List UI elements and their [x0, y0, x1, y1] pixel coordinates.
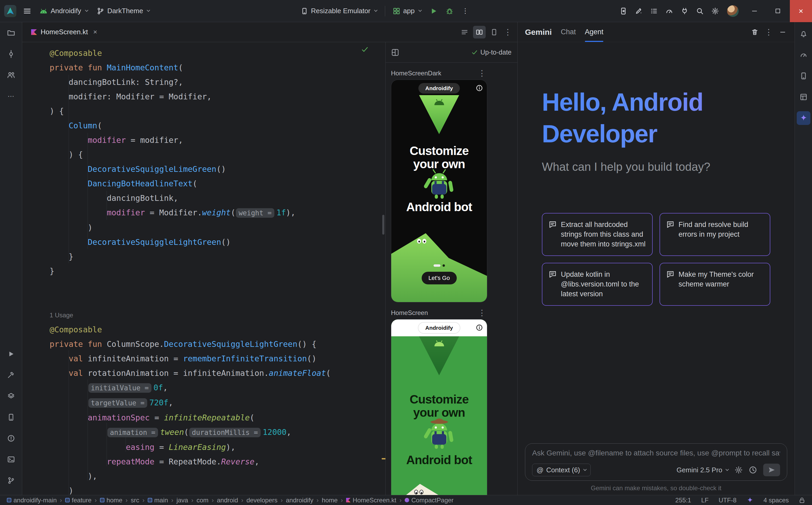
indent-config[interactable]: 4 spaces	[764, 497, 789, 504]
decorative-triangle	[419, 95, 459, 134]
device-selector[interactable]: Resizable Emulator	[297, 4, 381, 18]
services-tool-icon[interactable]	[3, 388, 19, 404]
device-streaming-icon[interactable]	[616, 4, 630, 18]
problems-tool-icon[interactable]	[3, 431, 19, 446]
terminal-tool-icon[interactable]	[3, 452, 19, 467]
suggestion-card[interactable]: Update kotlin in @libs.version.toml to t…	[542, 263, 653, 306]
run-tool-icon[interactable]	[3, 346, 19, 362]
breadcrumb-item-feature[interactable]: feature	[65, 497, 92, 504]
device-manager-tool-icon[interactable]	[797, 69, 810, 83]
close-window-button[interactable]: ×	[790, 0, 812, 22]
breadcrumb-item-src[interactable]: src	[131, 497, 139, 504]
breadcrumb-item-java[interactable]: java	[177, 497, 188, 504]
ai-actions-icon[interactable]	[631, 4, 646, 18]
editor-tab-bar: HomeScreen.kt × ⋮	[22, 22, 517, 42]
tab-chat[interactable]: Chat	[561, 22, 576, 42]
code-view-mode-button[interactable]	[458, 26, 471, 38]
pager-dots	[434, 265, 445, 267]
preview-layout-icon[interactable]	[391, 49, 399, 56]
design-view-mode-button[interactable]	[488, 26, 500, 38]
search-icon[interactable]	[693, 4, 707, 18]
notifications-bell-icon[interactable]	[797, 27, 810, 41]
gemini-settings-icon[interactable]	[735, 466, 742, 474]
suggestion-card[interactable]: Make my Theme's color scheme warmer	[660, 263, 770, 306]
breadcrumb-separator: ›	[171, 497, 173, 504]
version-control-tool-icon[interactable]	[3, 473, 19, 488]
build-tool-icon[interactable]	[3, 367, 19, 383]
context-chip[interactable]: @ Context (6)	[532, 464, 591, 476]
preview-options-icon[interactable]: ⋮	[477, 307, 487, 319]
settings-gear-icon[interactable]	[708, 4, 722, 18]
debug-button[interactable]	[442, 4, 457, 18]
profiler-icon[interactable]	[662, 4, 676, 18]
main-menu-icon[interactable]	[20, 4, 34, 18]
breadcrumb-item-com[interactable]: com	[197, 497, 208, 504]
suggestion-card[interactable]: Find and resolve build errors in my proj…	[660, 213, 770, 256]
decorative-triangle	[419, 336, 459, 375]
kotlin-file-icon	[31, 29, 37, 35]
chevron-down-icon	[725, 468, 729, 471]
send-button[interactable]	[763, 464, 780, 476]
plugins-icon[interactable]	[678, 4, 692, 18]
lock-icon[interactable]	[799, 497, 805, 503]
delete-conversation-icon[interactable]	[747, 25, 762, 39]
commit-tool-icon[interactable]	[3, 46, 19, 62]
inspections-ok-icon[interactable]	[361, 46, 368, 55]
breadcrumb-item-homescreen.kt[interactable]: HomeScreen.kt	[346, 497, 396, 504]
android-bot-illustration	[422, 169, 456, 200]
run-config-selector[interactable]: app	[389, 4, 425, 18]
suggestion-card[interactable]: Extract all hardcoded strings from this …	[542, 213, 653, 256]
tab-label: HomeScreen.kt	[41, 28, 88, 36]
running-devices-tool-icon[interactable]	[3, 409, 19, 425]
profiler-tool-icon[interactable]	[797, 48, 810, 62]
minimize-window-button[interactable]	[743, 0, 766, 22]
task-list-icon[interactable]	[647, 4, 661, 18]
preview-options-icon[interactable]: ⋮	[477, 67, 487, 79]
tab-homescreen-kt[interactable]: HomeScreen.kt ×	[26, 22, 102, 42]
file-encoding[interactable]: UTF-8	[719, 497, 736, 504]
prompt-icon	[549, 271, 557, 278]
gemini-tool-icon[interactable]	[797, 111, 810, 125]
more-tool-windows-icon[interactable]: ⋯	[3, 89, 19, 104]
more-run-actions-icon[interactable]: ⋮	[458, 4, 472, 18]
project-selector[interactable]: Androidify	[36, 4, 92, 18]
gemini-options-icon[interactable]: ⋮	[764, 26, 774, 38]
branch-selector[interactable]: DarkTheme	[93, 4, 153, 18]
user-avatar[interactable]	[727, 5, 739, 17]
breadcrumb-item-main[interactable]: main	[148, 497, 168, 504]
breadcrumb-item-home[interactable]: home	[100, 497, 122, 504]
preview-status: Up-to-date	[480, 48, 511, 56]
breadcrumb-item-androidify-main[interactable]: androidify-main	[7, 497, 57, 504]
project-tool-icon[interactable]	[3, 25, 19, 41]
divider	[385, 6, 385, 16]
split-view-mode-button[interactable]	[473, 26, 486, 38]
tab-agent[interactable]: Agent	[585, 22, 604, 42]
breadcrumb-item-compactpager[interactable]: CompactPager	[405, 497, 454, 504]
editor-scrollbar[interactable]	[382, 215, 384, 234]
close-tab-icon[interactable]: ×	[93, 28, 97, 36]
breadcrumb-separator: ›	[142, 497, 144, 504]
code-editor[interactable]: @Composableprivate fun MainHomeContent( …	[22, 42, 385, 495]
layout-inspector-tool-icon[interactable]	[797, 90, 810, 104]
maximize-window-button[interactable]	[767, 0, 789, 22]
breadcrumb-separator: ›	[341, 497, 343, 504]
line-separator[interactable]: LF	[701, 497, 709, 504]
decorative-mountain: Let's Go	[391, 233, 487, 302]
history-clock-icon[interactable]	[749, 466, 757, 474]
breadcrumb-item-androidify[interactable]: androidify	[286, 497, 314, 504]
model-selector[interactable]: Gemini 2.5 Pro	[677, 466, 728, 474]
chevron-down-icon	[85, 8, 88, 12]
breadcrumb-item-android[interactable]: android	[217, 497, 238, 504]
cursor-position[interactable]: 255:1	[675, 497, 691, 504]
breadcrumb-item-home[interactable]: home	[322, 497, 338, 504]
chevron-down-icon	[374, 8, 377, 12]
hide-panel-icon[interactable]	[776, 25, 790, 39]
breadcrumb-item-developers[interactable]: developers	[246, 497, 277, 504]
cowboy-hat	[431, 418, 448, 424]
gemini-prompt-input[interactable]	[532, 449, 780, 457]
code-area[interactable]: @Composableprivate fun MainHomeContent( …	[22, 42, 385, 495]
editor-options-icon[interactable]: ⋮	[502, 26, 513, 38]
ai-spark-icon[interactable]	[746, 497, 753, 504]
run-button[interactable]	[427, 4, 441, 18]
pull-requests-tool-icon[interactable]	[3, 67, 19, 83]
